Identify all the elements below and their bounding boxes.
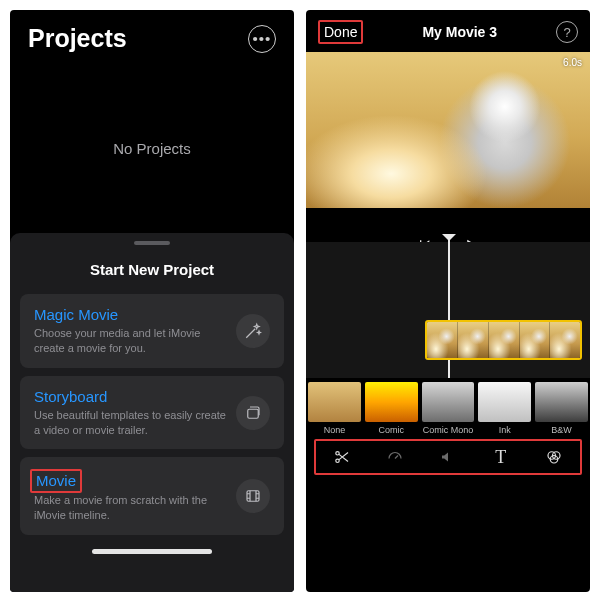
filter-thumb bbox=[365, 382, 418, 422]
option-desc: Make a movie from scratch with the iMovi… bbox=[34, 493, 226, 523]
film-icon bbox=[236, 479, 270, 513]
svg-rect-1 bbox=[247, 491, 259, 502]
filter-bw[interactable]: B&W bbox=[535, 382, 588, 435]
empty-state: No Projects bbox=[10, 63, 294, 233]
ellipsis-icon: ••• bbox=[253, 30, 272, 47]
option-title: Storyboard bbox=[34, 388, 226, 405]
filter-thumb bbox=[422, 382, 475, 422]
sheet-grabber[interactable] bbox=[134, 241, 170, 245]
more-button[interactable]: ••• bbox=[248, 25, 276, 53]
filter-label: Comic Mono bbox=[423, 425, 474, 435]
filter-label: B&W bbox=[551, 425, 572, 435]
filter-label: Comic bbox=[378, 425, 404, 435]
option-desc: Use beautiful templates to easily create… bbox=[34, 408, 226, 438]
option-movie[interactable]: Movie Make a movie from scratch with the… bbox=[20, 457, 284, 535]
help-button[interactable]: ? bbox=[556, 21, 578, 43]
add-media-button[interactable] bbox=[306, 208, 590, 226]
projects-screen: Projects ••• No Projects Start New Proje… bbox=[10, 10, 294, 592]
option-magic-movie[interactable]: Magic Movie Choose your media and let iM… bbox=[20, 294, 284, 368]
filter-strip: None Comic Comic Mono Ink B&W bbox=[306, 378, 590, 435]
edit-toolbar: T bbox=[306, 435, 590, 481]
editor-screen: Done My Movie 3 ? 6.0s bbox=[306, 10, 590, 592]
filter-ink[interactable]: Ink bbox=[478, 382, 531, 435]
filter-label: Ink bbox=[499, 425, 511, 435]
svg-rect-0 bbox=[248, 409, 259, 418]
wand-icon bbox=[236, 314, 270, 348]
video-preview[interactable]: 6.0s bbox=[306, 52, 590, 208]
cards-icon bbox=[236, 396, 270, 430]
option-desc: Choose your media and let iMovie create … bbox=[34, 326, 226, 356]
filter-comic-mono[interactable]: Comic Mono bbox=[422, 382, 475, 435]
sheet-title: Start New Project bbox=[20, 261, 284, 278]
clip[interactable] bbox=[425, 320, 582, 360]
clip-duration: 6.0s bbox=[563, 57, 582, 68]
help-icon: ? bbox=[563, 25, 570, 40]
timeline[interactable] bbox=[306, 242, 590, 378]
option-storyboard[interactable]: Storyboard Use beautiful templates to ea… bbox=[20, 376, 284, 450]
annotation-box bbox=[314, 439, 582, 475]
done-button[interactable]: Done bbox=[324, 24, 357, 40]
filter-comic[interactable]: Comic bbox=[365, 382, 418, 435]
filter-label: None bbox=[324, 425, 346, 435]
filter-thumb bbox=[535, 382, 588, 422]
filter-thumb bbox=[308, 382, 361, 422]
start-new-project-sheet: Start New Project Magic Movie Choose you… bbox=[10, 233, 294, 592]
filter-thumb bbox=[478, 382, 531, 422]
option-title: Magic Movie bbox=[34, 306, 226, 323]
filter-none[interactable]: None bbox=[308, 382, 361, 435]
page-title: Projects bbox=[28, 24, 127, 53]
option-title: Movie bbox=[36, 472, 76, 489]
project-title: My Movie 3 bbox=[371, 24, 548, 40]
home-indicator bbox=[92, 549, 212, 554]
